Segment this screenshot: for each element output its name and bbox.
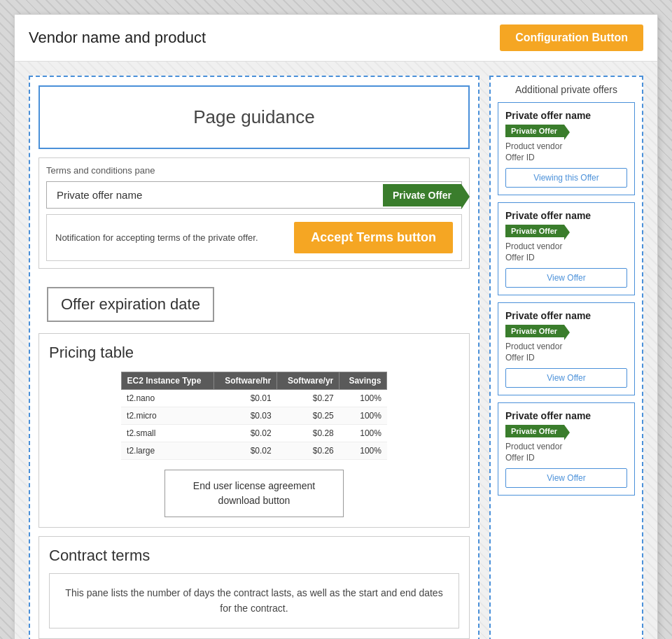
offer-card: Private offer namePrivate OfferProduct v…	[498, 202, 635, 295]
table-row: t2.large$0.02$0.26100%	[121, 442, 387, 460]
table-cell: $0.02	[214, 425, 277, 442]
offer-card-vendor: Product vendor	[505, 342, 627, 351]
page-guidance-text: Page guidance	[193, 106, 314, 127]
contract-terms-box: This pane lists the number of days the c…	[49, 573, 459, 629]
page-wrapper: Vendor name and product Configuration Bu…	[14, 14, 658, 639]
table-cell: 100%	[340, 390, 387, 407]
offer-card: Private offer namePrivate OfferProduct v…	[498, 402, 635, 496]
col-software-yr: Software/yr	[277, 372, 340, 390]
table-cell: 100%	[340, 425, 387, 442]
offer-card-vendor: Product vendor	[505, 141, 627, 151]
private-offer-name-input[interactable]	[47, 182, 383, 208]
table-cell: $0.25	[277, 407, 340, 425]
offer-card-vendor: Product vendor	[505, 241, 627, 251]
table-cell: $0.26	[277, 442, 340, 460]
main-content: Page guidance Terms and conditions pane …	[15, 62, 657, 639]
offer-card-badge: Private Offer	[505, 225, 564, 237]
table-cell: $0.27	[277, 390, 340, 407]
table-cell: 100%	[340, 442, 387, 460]
view-offer-button[interactable]: View Offer	[505, 368, 627, 388]
private-offer-row: Private Offer	[46, 181, 462, 209]
col-instance-type: EC2 Instance Type	[121, 372, 214, 390]
table-cell: $0.01	[214, 390, 277, 407]
viewing-offer-button[interactable]: Viewing this Offer	[505, 168, 627, 188]
offer-card-name: Private offer name	[505, 110, 627, 121]
page-guidance-box: Page guidance	[38, 85, 470, 149]
terms-pane: Terms and conditions pane Private Offer …	[38, 157, 470, 269]
notification-row: Notification for accepting terms of the …	[46, 214, 462, 261]
offer-card-name: Private offer name	[505, 410, 627, 421]
offer-card-name: Private offer name	[505, 210, 627, 221]
table-row: t2.nano$0.01$0.27100%	[121, 390, 387, 407]
contract-terms-section: Contract terms This pane lists the numbe…	[38, 536, 470, 639]
pricing-table: EC2 Instance Type Software/hr Software/y…	[121, 372, 388, 460]
table-cell: $0.28	[277, 425, 340, 442]
table-cell: t2.small	[121, 425, 214, 442]
table-row: t2.small$0.02$0.28100%	[121, 425, 387, 442]
offer-card-badge: Private Offer	[505, 125, 564, 137]
contract-terms-title: Contract terms	[49, 547, 459, 565]
eula-button[interactable]: End user license agreementdownload butto…	[164, 470, 344, 517]
offer-expiration-title: Offer expiration date	[61, 295, 200, 313]
table-cell: t2.large	[121, 442, 214, 460]
offer-card-name: Private offer name	[505, 310, 627, 321]
offer-card-id: Offer ID	[505, 253, 627, 262]
offer-card-badge: Private Offer	[505, 425, 564, 437]
col-savings: Savings	[340, 372, 387, 390]
offer-card-id: Offer ID	[505, 153, 627, 162]
notification-text: Notification for accepting terms of the …	[55, 232, 294, 243]
offer-card-vendor: Product vendor	[505, 442, 627, 451]
table-cell: $0.02	[214, 442, 277, 460]
eula-button-wrapper: End user license agreementdownload butto…	[49, 470, 459, 517]
table-cell: t2.nano	[121, 390, 214, 407]
offer-expiration-box: Offer expiration date	[47, 287, 214, 322]
left-panel: Page guidance Terms and conditions pane …	[29, 76, 479, 639]
offer-cards-container: Private offer namePrivate OfferProduct v…	[498, 102, 635, 496]
view-offer-button[interactable]: View Offer	[505, 468, 627, 488]
offer-card-id: Offer ID	[505, 353, 627, 363]
offer-expiration-wrapper: Offer expiration date	[38, 277, 470, 329]
table-cell: t2.micro	[121, 407, 214, 425]
view-offer-button[interactable]: View Offer	[505, 268, 627, 288]
vendor-title: Vendor name and product	[29, 29, 206, 47]
config-button[interactable]: Configuration Button	[500, 24, 643, 51]
offer-card-badge: Private Offer	[505, 325, 564, 337]
pricing-table-section: Pricing table EC2 Instance Type Software…	[38, 333, 470, 528]
accept-terms-button[interactable]: Accept Terms button	[294, 222, 453, 253]
terms-pane-label: Terms and conditions pane	[46, 165, 462, 176]
right-panel-title: Additional private offers	[498, 84, 635, 95]
header-bar: Vendor name and product Configuration Bu…	[15, 15, 657, 62]
offer-card: Private offer namePrivate OfferProduct v…	[498, 302, 635, 395]
col-software-hr: Software/hr	[214, 372, 277, 390]
offer-card: Private offer namePrivate OfferProduct v…	[498, 102, 635, 195]
table-row: t2.micro$0.03$0.25100%	[121, 407, 387, 425]
private-offer-badge: Private Offer	[383, 184, 461, 206]
right-panel: Additional private offers Private offer …	[489, 76, 643, 639]
offer-card-id: Offer ID	[505, 453, 627, 463]
table-cell: $0.03	[214, 407, 277, 425]
pricing-table-title: Pricing table	[49, 344, 459, 362]
table-cell: 100%	[340, 407, 387, 425]
